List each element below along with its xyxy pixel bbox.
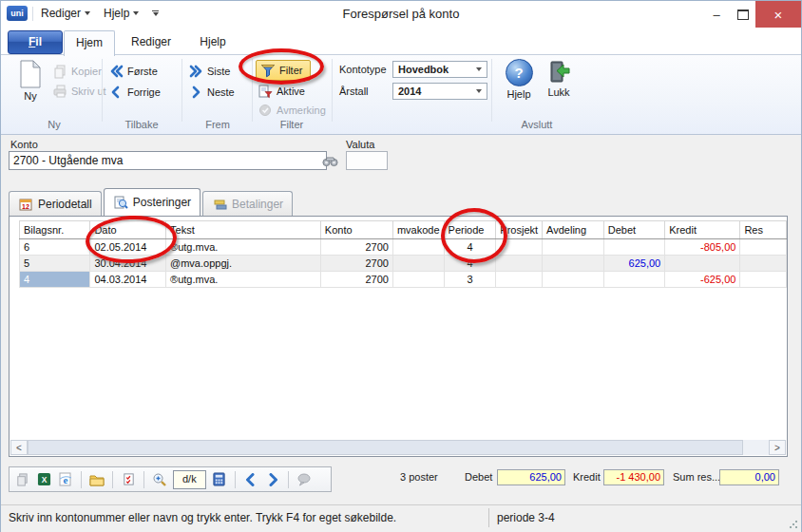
table-cell[interactable] — [603, 239, 664, 256]
column-header[interactable]: Res — [740, 221, 787, 239]
table-cell[interactable] — [543, 256, 604, 272]
copy-grid-button[interactable] — [13, 471, 30, 488]
tab-hjem[interactable]: Hjem — [64, 30, 115, 56]
table-cell[interactable] — [665, 256, 740, 272]
column-header[interactable]: Kredit — [665, 221, 740, 239]
export-excel-button[interactable]: X — [35, 471, 52, 488]
table-cell[interactable]: 04.03.2014 — [90, 272, 166, 288]
table-cell[interactable]: ®utg.mva. — [166, 272, 321, 288]
table-cell[interactable]: 2700 — [320, 272, 392, 288]
tab-posteringer[interactable]: Posteringer — [104, 188, 200, 216]
konto-input[interactable] — [9, 151, 327, 170]
table-cell[interactable] — [496, 272, 543, 288]
divider — [32, 7, 33, 21]
column-header[interactable]: Tekst — [166, 221, 321, 239]
column-header[interactable]: Avdeling — [543, 221, 604, 239]
next-button[interactable]: Neste — [189, 84, 235, 101]
valuta-field[interactable] — [346, 151, 388, 170]
column-header[interactable]: Konto — [320, 221, 392, 239]
table-cell[interactable]: -625,00 — [665, 272, 740, 288]
unmark-button[interactable]: Avmerking — [258, 102, 326, 119]
table-cell[interactable]: -805,00 — [665, 239, 740, 256]
table-cell[interactable] — [496, 239, 543, 256]
zoom-button[interactable] — [151, 471, 168, 488]
tab-hjelp[interactable]: Hjelp — [189, 30, 237, 54]
scrollbar-track[interactable] — [743, 440, 769, 455]
checklist-button[interactable] — [120, 471, 137, 488]
menu-hjelp[interactable]: Hjelp — [104, 7, 139, 20]
next-account-button[interactable] — [264, 471, 281, 488]
table-cell[interactable] — [740, 239, 787, 256]
scroll-right-button[interactable]: > — [769, 440, 786, 455]
tab-rediger[interactable]: Rediger — [122, 30, 181, 54]
table-cell[interactable] — [392, 239, 444, 256]
kontotype-select[interactable]: Hovedbok — [392, 61, 487, 78]
column-header[interactable]: mvakode — [392, 221, 444, 239]
table-cell[interactable]: 2700 — [320, 239, 392, 256]
minimize-button[interactable]: – — [702, 1, 731, 28]
table-cell[interactable]: 02.05.2014 — [90, 239, 166, 256]
table-cell[interactable]: 625,00 — [603, 256, 664, 272]
group-separator — [102, 59, 103, 122]
table-cell[interactable]: 6 — [20, 239, 90, 256]
customize-toolbar-button[interactable] — [152, 10, 159, 16]
arstall-select[interactable]: 2014 — [392, 83, 487, 100]
column-header[interactable]: Dato — [90, 221, 166, 239]
calculator-icon — [212, 472, 226, 486]
scroll-left-button[interactable]: < — [10, 440, 28, 455]
table-cell[interactable] — [543, 239, 604, 256]
table-cell[interactable] — [740, 272, 787, 288]
table-cell[interactable]: 4 — [444, 239, 496, 256]
column-header[interactable]: Debet — [603, 221, 664, 239]
table-cell[interactable]: 4 — [444, 256, 496, 272]
previous-account-button[interactable] — [242, 471, 259, 488]
new-button[interactable]: Ny — [12, 60, 48, 102]
column-header[interactable]: Periode — [444, 221, 496, 239]
table-cell[interactable] — [496, 256, 543, 272]
maximize-button[interactable] — [731, 1, 755, 28]
table-cell[interactable] — [740, 256, 787, 272]
footer-bar: X e — [1, 465, 801, 497]
active-filter-button[interactable]: Aktive — [258, 83, 305, 100]
table-row: 530.04.2014@mva.oppgj.27004625,00 — [20, 256, 787, 272]
kontotype-row: Kontotype Hovedbok — [339, 61, 487, 78]
table-cell[interactable]: 2700 — [320, 256, 392, 272]
previous-button[interactable]: Forrige — [109, 84, 161, 101]
table-cell[interactable] — [543, 272, 604, 288]
table-cell[interactable]: 30.04.2014 — [90, 256, 166, 272]
table-cell[interactable] — [392, 272, 444, 288]
tab-periodetall[interactable]: 12 Periodetall — [9, 191, 102, 216]
comment-button[interactable] — [296, 471, 313, 488]
table-cell[interactable] — [603, 272, 664, 288]
table-cell[interactable]: 5 — [20, 256, 90, 272]
column-header[interactable]: Bilagsnr. — [20, 221, 90, 239]
menu-rediger[interactable]: Rediger — [41, 7, 90, 20]
tab-betalinger[interactable]: Betalinger — [202, 191, 293, 216]
filter-button[interactable]: Filter — [256, 60, 311, 81]
table-cell[interactable]: @mva.oppgj. — [166, 256, 321, 272]
table-cell[interactable]: 3 — [444, 272, 496, 288]
resize-grip-icon[interactable] — [789, 520, 798, 529]
table-cell[interactable] — [392, 256, 444, 272]
open-folder-button[interactable] — [88, 471, 105, 488]
calculator-button[interactable] — [211, 471, 228, 488]
copy-button[interactable]: Kopier — [52, 63, 102, 80]
table-cell[interactable]: 4 — [20, 272, 90, 288]
export-html-button[interactable]: e — [57, 471, 74, 488]
unmark-icon — [258, 103, 273, 118]
help-button[interactable]: ? Hjelp — [499, 59, 539, 100]
search-binoculars-icon[interactable] — [322, 154, 338, 171]
chevron-down-icon — [476, 89, 482, 93]
first-button[interactable]: Første — [109, 63, 158, 80]
last-button[interactable]: Siste — [189, 63, 230, 80]
scrollbar-thumb[interactable] — [28, 440, 743, 455]
print-button[interactable]: Skriv ut — [52, 83, 106, 100]
table-cell[interactable]: ®utg.mva. — [166, 239, 321, 256]
column-header[interactable]: Prosjekt — [496, 221, 543, 239]
close-window-button[interactable]: Lukk — [539, 59, 579, 98]
dk-toggle-button[interactable]: d/k — [173, 470, 206, 489]
kontotype-label: Kontotype — [339, 64, 392, 75]
horizontal-scrollbar[interactable]: < > — [10, 440, 786, 455]
close-button[interactable]: × — [755, 1, 801, 28]
tab-fil[interactable]: Fil — [8, 30, 63, 54]
